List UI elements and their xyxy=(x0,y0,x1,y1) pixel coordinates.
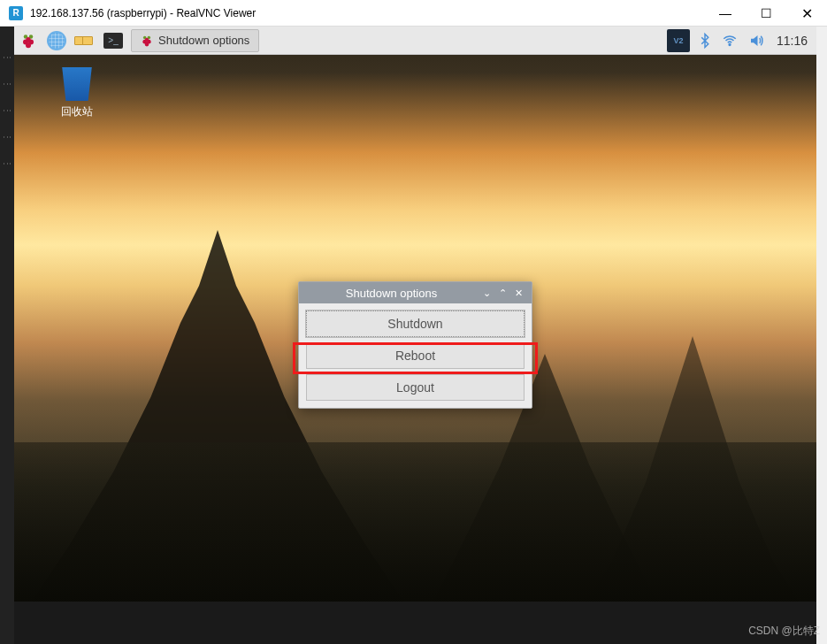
wallpaper-decor xyxy=(14,442,816,602)
strip-glyph: ⋮ xyxy=(3,106,12,115)
globe-icon xyxy=(47,31,66,50)
file-manager-launcher[interactable] xyxy=(72,29,98,52)
browser-launcher[interactable] xyxy=(43,29,70,52)
dialog-menu-button[interactable]: ⌄ xyxy=(479,285,494,301)
realvnc-app-icon: R xyxy=(9,6,23,20)
dialog-rollup-button[interactable]: ⌃ xyxy=(494,285,510,301)
taskbar-item-label: Shutdown options xyxy=(158,34,249,47)
trash-icon xyxy=(58,67,96,101)
raspberry-icon xyxy=(141,34,153,47)
bluetooth-tray-icon[interactable] xyxy=(697,32,713,50)
raspberrypi-desktop[interactable]: >_ Shutdown options V2 11:16 xyxy=(14,27,816,602)
panel-tray: V2 11:16 xyxy=(667,29,816,52)
dialog-close-button[interactable]: ✕ xyxy=(510,285,526,301)
logout-button[interactable]: Logout xyxy=(306,374,525,401)
desktop-icon-label: 回收站 xyxy=(46,104,108,119)
dialog-title: Shutdown options xyxy=(304,287,479,300)
host-left-strip: ⋮ ⋮ ⋮ ⋮ ⋮ xyxy=(0,27,14,644)
strip-glyph: ⋮ xyxy=(3,53,12,62)
strip-glyph: ⋮ xyxy=(3,159,12,168)
window-title: 192.168.137.56 (raspberrypi) - RealVNC V… xyxy=(30,7,256,19)
watermark-text: CSDN @比特Z xyxy=(748,624,820,639)
taskbar-item-shutdown-options[interactable]: Shutdown options xyxy=(131,29,259,52)
desktop-trash-icon[interactable]: 回收站 xyxy=(46,67,108,119)
panel-clock[interactable]: 11:16 xyxy=(777,34,808,48)
reboot-button[interactable]: Reboot xyxy=(306,342,525,369)
minimize-button[interactable]: — xyxy=(705,0,746,27)
pi-top-panel: >_ Shutdown options V2 11:16 xyxy=(14,27,816,55)
terminal-launcher[interactable]: >_ xyxy=(100,29,126,52)
shutdown-button[interactable]: Shutdown xyxy=(306,310,525,337)
volume-tray-icon[interactable] xyxy=(747,33,766,49)
dialog-titlebar[interactable]: Shutdown options ⌄ ⌃ ✕ xyxy=(299,282,532,303)
strip-glyph: ⋮ xyxy=(3,80,12,88)
wifi-tray-icon[interactable] xyxy=(720,33,739,49)
shutdown-options-dialog: Shutdown options ⌄ ⌃ ✕ Shutdown Reboot L… xyxy=(298,281,532,409)
vnc-window-titlebar: R 192.168.137.56 (raspberrypi) - RealVNC… xyxy=(0,0,827,27)
strip-glyph: ⋮ xyxy=(3,133,12,142)
close-button[interactable]: ✕ xyxy=(786,0,827,27)
svg-point-4 xyxy=(26,42,31,48)
terminal-icon: >_ xyxy=(103,33,123,49)
pi-menu-button[interactable] xyxy=(15,29,42,52)
svg-point-5 xyxy=(26,36,30,41)
raspberry-icon xyxy=(20,33,36,49)
vnc-viewport: ⋮ ⋮ ⋮ ⋮ ⋮ >_ Shutdown o xyxy=(0,27,827,644)
dialog-body: Shutdown Reboot Logout xyxy=(299,303,532,408)
folders-icon xyxy=(77,36,93,45)
svg-point-12 xyxy=(729,43,731,45)
vnc-server-tray-icon[interactable]: V2 xyxy=(667,29,690,52)
svg-point-11 xyxy=(145,37,149,41)
svg-point-10 xyxy=(145,42,149,46)
maximize-button[interactable]: ☐ xyxy=(746,0,786,27)
scrollbar-vertical[interactable] xyxy=(816,27,827,644)
